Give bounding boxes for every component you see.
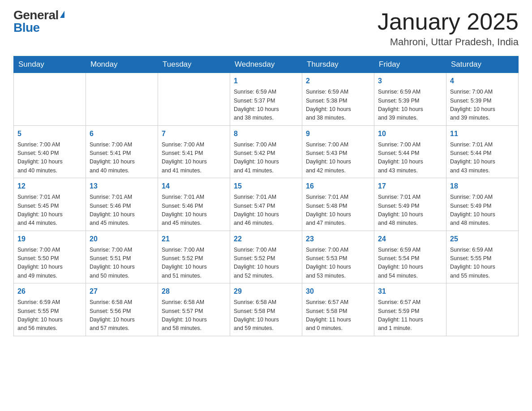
- day-info: Sunrise: 7:00 AM Sunset: 5:42 PM Dayligh…: [234, 141, 298, 176]
- day-number: 29: [234, 286, 298, 297]
- calendar-day-cell: [86, 73, 158, 126]
- calendar-day-cell: 1Sunrise: 6:59 AM Sunset: 5:37 PM Daylig…: [230, 73, 302, 126]
- calendar-day-cell: 22Sunrise: 7:00 AM Sunset: 5:52 PM Dayli…: [230, 231, 302, 283]
- day-number: 20: [90, 234, 154, 244]
- day-info: Sunrise: 6:59 AM Sunset: 5:38 PM Dayligh…: [306, 88, 370, 123]
- day-info: Sunrise: 6:59 AM Sunset: 5:39 PM Dayligh…: [378, 88, 442, 123]
- day-number: 28: [162, 286, 226, 297]
- day-info: Sunrise: 7:01 AM Sunset: 5:46 PM Dayligh…: [162, 193, 226, 228]
- day-number: 4: [450, 76, 515, 86]
- calendar-day-cell: 13Sunrise: 7:01 AM Sunset: 5:46 PM Dayli…: [86, 178, 158, 231]
- day-number: 5: [17, 128, 82, 139]
- day-info: Sunrise: 7:00 AM Sunset: 5:53 PM Dayligh…: [306, 246, 370, 281]
- page-header: General Blue January 2025 Mahroni, Uttar…: [13, 9, 519, 48]
- day-info: Sunrise: 7:00 AM Sunset: 5:50 PM Dayligh…: [17, 246, 82, 281]
- day-number: 8: [234, 128, 298, 139]
- day-number: 19: [17, 234, 82, 244]
- day-info: Sunrise: 6:59 AM Sunset: 5:37 PM Dayligh…: [234, 88, 298, 123]
- calendar-day-cell: 23Sunrise: 7:00 AM Sunset: 5:53 PM Dayli…: [302, 231, 374, 283]
- day-info: Sunrise: 7:01 AM Sunset: 5:46 PM Dayligh…: [90, 193, 154, 228]
- day-number: 11: [450, 128, 515, 139]
- day-number: 27: [90, 286, 154, 297]
- title-section: January 2025 Mahroni, Uttar Pradesh, Ind…: [378, 9, 519, 48]
- calendar-day-cell: 4Sunrise: 7:00 AM Sunset: 5:39 PM Daylig…: [446, 73, 519, 126]
- day-number: 26: [17, 286, 82, 297]
- calendar-day-cell: 18Sunrise: 7:00 AM Sunset: 5:49 PM Dayli…: [446, 178, 519, 231]
- logo-general-text: General: [13, 9, 59, 21]
- calendar-header-row: SundayMondayTuesdayWednesdayThursdayFrid…: [14, 56, 519, 73]
- day-number: 25: [450, 234, 515, 244]
- calendar-day-cell: 9Sunrise: 7:00 AM Sunset: 5:43 PM Daylig…: [302, 125, 374, 178]
- day-info: Sunrise: 6:58 AM Sunset: 5:58 PM Dayligh…: [234, 298, 298, 333]
- day-info: Sunrise: 7:01 AM Sunset: 5:48 PM Dayligh…: [306, 193, 370, 228]
- calendar-day-header: Friday: [374, 56, 446, 73]
- day-info: Sunrise: 7:00 AM Sunset: 5:41 PM Dayligh…: [90, 141, 154, 176]
- calendar-day-cell: 6Sunrise: 7:00 AM Sunset: 5:41 PM Daylig…: [86, 125, 158, 178]
- calendar-day-cell: [158, 73, 230, 126]
- calendar-day-header: Tuesday: [158, 56, 230, 73]
- location-subtitle: Mahroni, Uttar Pradesh, India: [378, 36, 519, 48]
- day-info: Sunrise: 6:59 AM Sunset: 5:55 PM Dayligh…: [17, 298, 82, 333]
- day-number: 7: [162, 128, 226, 139]
- logo-blue-text: Blue: [13, 21, 40, 34]
- day-info: Sunrise: 7:00 AM Sunset: 5:52 PM Dayligh…: [234, 246, 298, 281]
- day-info: Sunrise: 7:01 AM Sunset: 5:47 PM Dayligh…: [234, 193, 298, 228]
- day-info: Sunrise: 6:59 AM Sunset: 5:54 PM Dayligh…: [378, 246, 442, 281]
- calendar-day-cell: 12Sunrise: 7:01 AM Sunset: 5:45 PM Dayli…: [14, 178, 86, 231]
- calendar-week-row: 5Sunrise: 7:00 AM Sunset: 5:40 PM Daylig…: [14, 125, 519, 178]
- calendar-day-cell: 21Sunrise: 7:00 AM Sunset: 5:52 PM Dayli…: [158, 231, 230, 283]
- calendar-day-cell: 3Sunrise: 6:59 AM Sunset: 5:39 PM Daylig…: [374, 73, 446, 126]
- day-info: Sunrise: 7:00 AM Sunset: 5:49 PM Dayligh…: [450, 193, 515, 228]
- calendar-day-header: Saturday: [446, 56, 519, 73]
- day-number: 31: [378, 286, 442, 297]
- day-info: Sunrise: 7:00 AM Sunset: 5:41 PM Dayligh…: [162, 141, 226, 176]
- day-info: Sunrise: 6:57 AM Sunset: 5:58 PM Dayligh…: [306, 298, 370, 333]
- day-info: Sunrise: 7:00 AM Sunset: 5:51 PM Dayligh…: [90, 246, 154, 281]
- day-number: 18: [450, 181, 515, 192]
- calendar-day-header: Monday: [86, 56, 158, 73]
- day-number: 6: [90, 128, 154, 139]
- day-info: Sunrise: 6:58 AM Sunset: 5:57 PM Dayligh…: [162, 298, 226, 333]
- day-number: 12: [17, 181, 82, 192]
- day-number: 21: [162, 234, 226, 244]
- calendar-day-header: Thursday: [302, 56, 374, 73]
- day-number: 22: [234, 234, 298, 244]
- calendar-day-cell: 20Sunrise: 7:00 AM Sunset: 5:51 PM Dayli…: [86, 231, 158, 283]
- calendar-day-cell: 2Sunrise: 6:59 AM Sunset: 5:38 PM Daylig…: [302, 73, 374, 126]
- calendar-day-cell: 16Sunrise: 7:01 AM Sunset: 5:48 PM Dayli…: [302, 178, 374, 231]
- day-info: Sunrise: 7:00 AM Sunset: 5:43 PM Dayligh…: [306, 141, 370, 176]
- calendar-day-cell: 27Sunrise: 6:58 AM Sunset: 5:56 PM Dayli…: [86, 283, 158, 336]
- calendar-day-cell: 15Sunrise: 7:01 AM Sunset: 5:47 PM Dayli…: [230, 178, 302, 231]
- calendar-day-cell: 8Sunrise: 7:00 AM Sunset: 5:42 PM Daylig…: [230, 125, 302, 178]
- logo-triangle-icon: [60, 11, 64, 18]
- calendar-day-cell: [446, 283, 519, 336]
- calendar-day-cell: 24Sunrise: 6:59 AM Sunset: 5:54 PM Dayli…: [374, 231, 446, 283]
- calendar-week-row: 12Sunrise: 7:01 AM Sunset: 5:45 PM Dayli…: [14, 178, 519, 231]
- day-number: 10: [378, 128, 442, 139]
- day-number: 13: [90, 181, 154, 192]
- day-info: Sunrise: 7:00 AM Sunset: 5:39 PM Dayligh…: [450, 88, 515, 123]
- day-number: 2: [306, 76, 370, 86]
- calendar-day-cell: 14Sunrise: 7:01 AM Sunset: 5:46 PM Dayli…: [158, 178, 230, 231]
- day-number: 17: [378, 181, 442, 192]
- day-number: 3: [378, 76, 442, 86]
- calendar-day-cell: 10Sunrise: 7:00 AM Sunset: 5:44 PM Dayli…: [374, 125, 446, 178]
- logo: General Blue: [13, 9, 64, 34]
- day-number: 1: [234, 76, 298, 86]
- day-number: 16: [306, 181, 370, 192]
- calendar-day-header: Sunday: [14, 56, 86, 73]
- calendar-day-cell: 7Sunrise: 7:00 AM Sunset: 5:41 PM Daylig…: [158, 125, 230, 178]
- day-info: Sunrise: 6:59 AM Sunset: 5:55 PM Dayligh…: [450, 246, 515, 281]
- calendar-day-cell: 19Sunrise: 7:00 AM Sunset: 5:50 PM Dayli…: [14, 231, 86, 283]
- day-number: 14: [162, 181, 226, 192]
- calendar-day-cell: 17Sunrise: 7:01 AM Sunset: 5:49 PM Dayli…: [374, 178, 446, 231]
- calendar-day-cell: 11Sunrise: 7:01 AM Sunset: 5:44 PM Dayli…: [446, 125, 519, 178]
- calendar-day-cell: 25Sunrise: 6:59 AM Sunset: 5:55 PM Dayli…: [446, 231, 519, 283]
- month-year-title: January 2025: [378, 9, 519, 34]
- calendar-day-header: Wednesday: [230, 56, 302, 73]
- calendar-day-cell: 30Sunrise: 6:57 AM Sunset: 5:58 PM Dayli…: [302, 283, 374, 336]
- day-number: 30: [306, 286, 370, 297]
- calendar-week-row: 1Sunrise: 6:59 AM Sunset: 5:37 PM Daylig…: [14, 73, 519, 126]
- calendar-day-cell: 5Sunrise: 7:00 AM Sunset: 5:40 PM Daylig…: [14, 125, 86, 178]
- calendar-table: SundayMondayTuesdayWednesdayThursdayFrid…: [13, 56, 519, 336]
